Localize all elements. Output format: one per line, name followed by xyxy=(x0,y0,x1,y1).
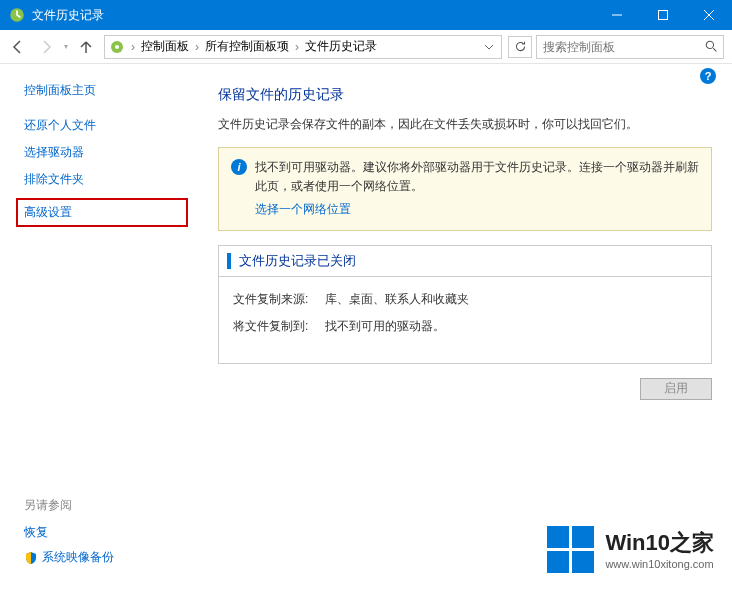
sidebar: 控制面板主页 还原个人文件 选择驱动器 排除文件夹 高级设置 另请参阅 恢复 系… xyxy=(0,64,188,592)
copy-from-label: 文件复制来源: xyxy=(233,291,325,308)
toolbar: ▾ › 控制面板 › 所有控制面板项 › 文件历史记录 xyxy=(0,30,732,64)
svg-line-8 xyxy=(713,48,716,51)
status-header: 文件历史记录已关闭 xyxy=(219,246,711,277)
content-area: 控制面板主页 还原个人文件 选择驱动器 排除文件夹 高级设置 另请参阅 恢复 系… xyxy=(0,64,732,592)
search-box[interactable] xyxy=(536,35,724,59)
watermark: Win10之家 www.win10xitong.com xyxy=(545,524,714,574)
sidebar-link-exclude-folders[interactable]: 排除文件夹 xyxy=(24,171,188,188)
minimize-button[interactable] xyxy=(594,0,640,30)
shield-icon xyxy=(24,551,38,565)
status-accent-bar xyxy=(227,253,231,269)
see-also-header: 另请参阅 xyxy=(24,497,188,514)
window-title: 文件历史记录 xyxy=(32,7,594,24)
help-icon[interactable]: ? xyxy=(700,68,716,84)
sidebar-link-advanced-highlighted: 高级设置 xyxy=(16,198,188,227)
up-button[interactable] xyxy=(72,33,100,61)
search-icon[interactable] xyxy=(699,40,723,53)
watermark-title: Win10之家 xyxy=(605,528,714,558)
see-also-section: 另请参阅 恢复 系统映像备份 xyxy=(24,497,188,592)
breadcrumb-item[interactable]: 控制面板 xyxy=(137,38,193,55)
svg-point-7 xyxy=(706,41,713,48)
copy-to-label: 将文件复制到: xyxy=(233,318,325,335)
chevron-right-icon: › xyxy=(129,40,137,54)
windows-logo-icon xyxy=(545,524,595,574)
chevron-right-icon: › xyxy=(293,40,301,54)
enable-button[interactable]: 启用 xyxy=(640,378,712,400)
copy-to-value: 找不到可用的驱动器。 xyxy=(325,318,445,335)
page-title: 保留文件的历史记录 xyxy=(218,86,712,104)
window-controls xyxy=(594,0,732,30)
breadcrumb-item[interactable]: 所有控制面板项 xyxy=(201,38,293,55)
titlebar: 文件历史记录 xyxy=(0,0,732,30)
breadcrumb-dropdown-icon[interactable] xyxy=(479,37,499,57)
select-network-location-link[interactable]: 选择一个网络位置 xyxy=(255,200,699,219)
maximize-button[interactable] xyxy=(640,0,686,30)
search-input[interactable] xyxy=(537,40,699,54)
control-panel-home-link[interactable]: 控制面板主页 xyxy=(24,82,188,99)
main-panel: ? 保留文件的历史记录 文件历史记录会保存文件的副本，因此在文件丢失或损坏时，你… xyxy=(188,64,732,592)
svg-rect-2 xyxy=(659,11,668,20)
see-also-system-image-backup[interactable]: 系统映像备份 xyxy=(24,549,188,566)
back-button[interactable] xyxy=(4,33,32,61)
sidebar-link-advanced-settings[interactable]: 高级设置 xyxy=(24,205,72,219)
watermark-url: www.win10xitong.com xyxy=(605,558,713,570)
sidebar-link-restore[interactable]: 还原个人文件 xyxy=(24,117,188,134)
see-also-recovery[interactable]: 恢复 xyxy=(24,524,188,541)
copy-from-value: 库、桌面、联系人和收藏夹 xyxy=(325,291,469,308)
status-panel: 文件历史记录已关闭 文件复制来源: 库、桌面、联系人和收藏夹 将文件复制到: 找… xyxy=(218,245,712,364)
history-dropdown-icon[interactable]: ▾ xyxy=(60,42,72,51)
info-icon: i xyxy=(231,159,247,175)
page-subtitle: 文件历史记录会保存文件的副本，因此在文件丢失或损坏时，你可以找回它们。 xyxy=(218,116,712,133)
refresh-button[interactable] xyxy=(508,36,532,58)
close-button[interactable] xyxy=(686,0,732,30)
chevron-right-icon: › xyxy=(193,40,201,54)
copy-to-row: 将文件复制到: 找不到可用的驱动器。 xyxy=(233,318,697,335)
breadcrumb-item[interactable]: 文件历史记录 xyxy=(301,38,381,55)
status-body: 文件复制来源: 库、桌面、联系人和收藏夹 将文件复制到: 找不到可用的驱动器。 xyxy=(219,277,711,363)
info-banner: i 找不到可用驱动器。建议你将外部驱动器用于文件历史记录。连接一个驱动器并刷新此… xyxy=(218,147,712,231)
info-text: 找不到可用驱动器。建议你将外部驱动器用于文件历史记录。连接一个驱动器并刷新此页，… xyxy=(255,158,699,220)
sidebar-link-select-drive[interactable]: 选择驱动器 xyxy=(24,144,188,161)
breadcrumb[interactable]: › 控制面板 › 所有控制面板项 › 文件历史记录 xyxy=(104,35,502,59)
svg-point-6 xyxy=(115,45,119,49)
app-icon xyxy=(8,6,26,24)
watermark-text: Win10之家 www.win10xitong.com xyxy=(605,528,714,570)
control-panel-icon xyxy=(109,39,125,55)
copy-from-row: 文件复制来源: 库、桌面、联系人和收藏夹 xyxy=(233,291,697,308)
status-title: 文件历史记录已关闭 xyxy=(239,252,356,270)
forward-button[interactable] xyxy=(32,33,60,61)
